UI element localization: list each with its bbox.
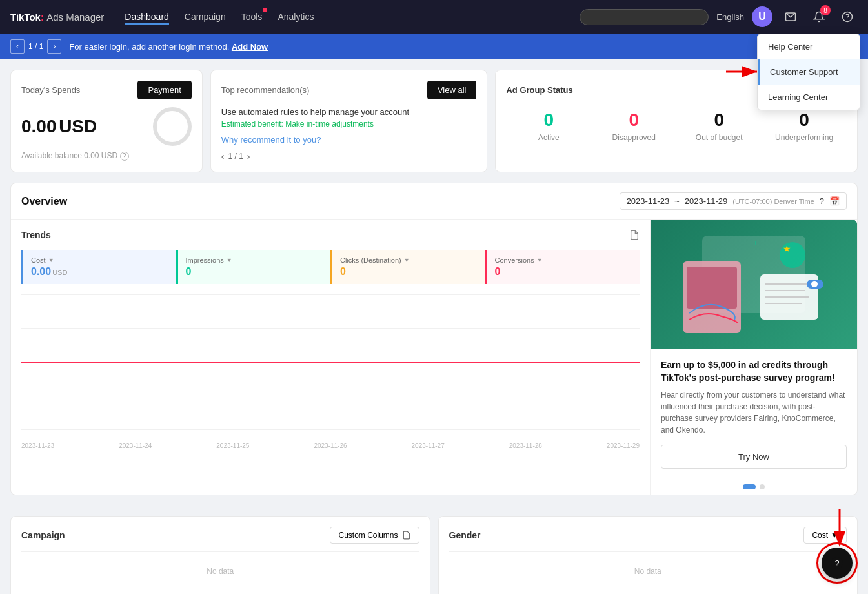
spends-currency: USD — [59, 116, 97, 136]
metric-cost[interactable]: Cost ▼ 0.00USD — [21, 250, 176, 284]
chart-x-labels: 2023-11-23 2023-11-24 2023-11-25 2023-11… — [21, 442, 640, 449]
recommendation-benefit: Estimated benefit: Make in-time adjustme… — [221, 119, 477, 128]
date-end: 2023-11-29 — [685, 196, 728, 206]
user-avatar[interactable]: U — [752, 6, 772, 27]
rec-next-button[interactable]: › — [247, 151, 250, 161]
payment-button[interactable]: Payment — [137, 81, 191, 99]
top-navigation: TikTok: Ads Manager Dashboard Campaign T… — [0, 0, 868, 34]
mail-icon-button[interactable] — [780, 6, 801, 27]
banner-prev-button[interactable]: ‹ — [10, 39, 25, 54]
learning-center-item[interactable]: Learning Center — [758, 85, 860, 110]
nav-analytics[interactable]: Analytics — [278, 9, 314, 25]
notification-icon-button[interactable]: 8 — [809, 6, 829, 27]
status-disapproved[interactable]: 0 Disapproved — [591, 110, 676, 142]
help-icon: ? — [820, 196, 824, 206]
trends-title-label: Trends — [21, 230, 51, 242]
help-icon-button[interactable] — [837, 6, 858, 27]
customer-support-item[interactable]: Customer Support — [758, 59, 860, 85]
help-circle-button[interactable]: ? — [822, 548, 853, 579]
metric-conversions[interactable]: Conversions ▼ 0 — [485, 250, 640, 284]
recommendation-why-link[interactable]: Why recommend it to you? — [221, 135, 477, 145]
export-icon[interactable] — [629, 230, 640, 242]
metric-impressions-label: Impressions ▼ — [186, 256, 323, 264]
campaign-card-title: Campaign — [21, 530, 65, 540]
nav-tools[interactable]: Tools — [241, 9, 263, 25]
status-underperforming-label: Underperforming — [762, 133, 847, 142]
promo-panel: ★ + Earn up to $5,000 in ad credits thro… — [651, 220, 857, 495]
campaign-card-header: Campaign Custom Columns — [21, 527, 419, 544]
campaign-empty-state: No data — [21, 551, 419, 590]
svg-point-17 — [811, 281, 818, 287]
status-underperforming-count: 0 — [762, 110, 847, 130]
custom-columns-button[interactable]: Custom Columns — [330, 527, 419, 544]
banner-message: For easier login, add another login meth… — [69, 42, 858, 52]
banner-page-indicator: 1 / 1 — [28, 42, 43, 51]
overview-row: Overview 2023-11-23 ~ 2023-11-29 (UTC-07… — [10, 183, 858, 506]
date-start: 2023-11-23 — [627, 196, 670, 206]
metric-conversions-label: Conversions ▼ — [495, 256, 632, 264]
nav-campaign[interactable]: Campaign — [185, 9, 226, 25]
overview-title: Overview — [21, 196, 67, 207]
metrics-row: Cost ▼ 0.00USD Impressions ▼ — [21, 250, 640, 284]
promo-text-area: Earn up to $5,000 in ad credits through … — [651, 349, 857, 479]
language-selector[interactable]: English — [716, 12, 744, 22]
banner-next-button[interactable]: › — [47, 39, 61, 54]
rec-prev-button[interactable]: ‹ — [221, 151, 225, 161]
promo-heading: Earn up to $5,000 in ad credits through … — [661, 359, 847, 384]
promo-svg: ★ + — [663, 223, 844, 345]
balance-help-icon[interactable]: ? — [120, 152, 129, 161]
ad-status-card-title: Ad Group Status — [506, 85, 572, 95]
svg-text:?: ? — [834, 558, 839, 568]
metric-cost-label: Cost ▼ — [31, 256, 168, 264]
banner-add-now-link[interactable]: Add Now — [232, 42, 268, 52]
metric-clicks-label: Clicks (Destination) ▼ — [340, 256, 478, 264]
available-balance: Available balance 0.00 USD ? — [21, 151, 192, 161]
help-center-item[interactable]: Help Center — [758, 34, 860, 59]
status-budget-label: Out of budget — [676, 133, 762, 142]
help-dropdown: Help Center Customer Support Learning Ce… — [757, 34, 860, 110]
gender-card-title: Gender — [449, 530, 481, 540]
search-input[interactable] — [580, 9, 709, 25]
recommendation-pagination: ‹ 1 / 1 › — [221, 151, 477, 161]
promo-illustration: ★ + — [651, 220, 857, 349]
x-label-0: 2023-11-23 — [21, 442, 54, 449]
promo-dot-1[interactable] — [743, 484, 756, 489]
cost-selector-button[interactable]: Cost ▼ — [803, 527, 847, 544]
nav-links: Dashboard Campaign Tools Analytics — [125, 9, 580, 25]
status-disapproved-label: Disapproved — [591, 133, 676, 142]
clicks-chevron-icon: ▼ — [404, 257, 410, 263]
status-out-of-budget[interactable]: 0 Out of budget — [676, 110, 762, 142]
status-underperforming[interactable]: 0 Underperforming — [762, 110, 847, 142]
metric-impressions-value: 0 — [186, 266, 323, 278]
calendar-icon[interactable]: 📅 — [829, 196, 840, 206]
main-content: Today's Spends Payment 0.00 USD Availabl… — [0, 59, 868, 594]
trends-header: Trends — [21, 230, 640, 242]
notification-badge: 8 — [820, 5, 831, 15]
promo-description: Hear directly from your customers to und… — [661, 389, 847, 436]
gender-card: Gender Cost ▼ No data — [438, 516, 858, 594]
promo-dot-2[interactable] — [760, 484, 765, 489]
view-all-button[interactable]: View all — [427, 81, 477, 99]
date-range-picker[interactable]: 2023-11-23 ~ 2023-11-29 (UTC-07:00) Denv… — [620, 192, 847, 210]
nav-dashboard[interactable]: Dashboard — [125, 9, 169, 25]
try-now-button[interactable]: Try Now — [661, 445, 847, 469]
x-label-3: 2023-11-26 — [314, 442, 347, 449]
timezone-label: (UTC-07:00) Denver Time — [732, 198, 814, 205]
x-label-2: 2023-11-25 — [216, 442, 249, 449]
ad-status-grid: 0 Active 0 Disapproved 0 Out of budget 0… — [506, 110, 847, 142]
status-active-count: 0 — [506, 110, 591, 130]
spends-amount-row: 0.00 USD — [21, 107, 192, 146]
impressions-chevron-icon: ▼ — [227, 257, 232, 263]
spends-card-header: Today's Spends Payment — [21, 81, 192, 99]
nav-right-controls: English U 8 — [580, 6, 858, 27]
status-active-label: Active — [506, 133, 591, 142]
status-active[interactable]: 0 Active — [506, 110, 591, 142]
banner-navigation: ‹ 1 / 1 › — [10, 39, 61, 54]
gender-no-data: No data — [634, 567, 661, 576]
svg-text:★: ★ — [783, 243, 791, 254]
spends-card: Today's Spends Payment 0.00 USD Availabl… — [10, 70, 203, 172]
date-tilde: ~ — [674, 196, 680, 206]
recommendation-card: Top recommendation(s) View all Use autom… — [210, 70, 488, 172]
metric-clicks[interactable]: Clicks (Destination) ▼ 0 — [330, 250, 485, 284]
metric-impressions[interactable]: Impressions ▼ 0 — [176, 250, 331, 284]
